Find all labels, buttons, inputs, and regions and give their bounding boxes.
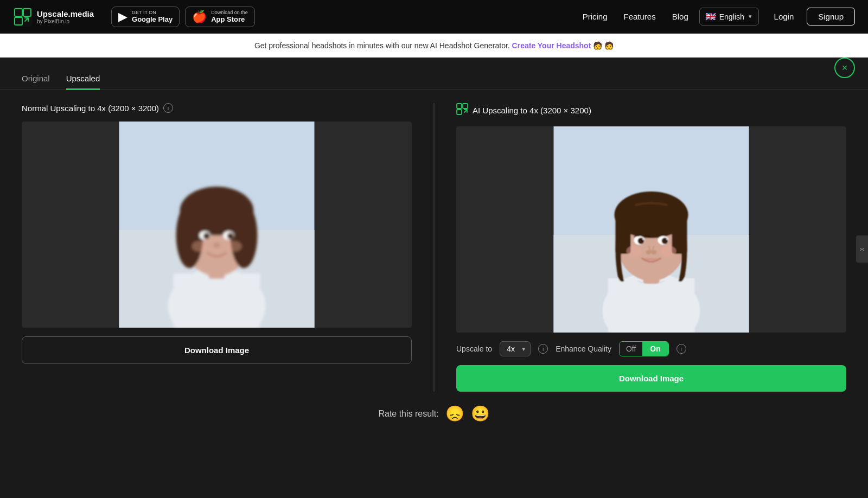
left-download-label: Download Image bbox=[184, 346, 249, 355]
svg-point-21 bbox=[213, 242, 221, 248]
left-image-container bbox=[22, 122, 412, 328]
chevron-down-icon: ▼ bbox=[748, 14, 753, 20]
right-image bbox=[456, 126, 846, 333]
google-play-small-text: GET IT ON bbox=[132, 10, 173, 15]
nav-blog[interactable]: Blog bbox=[672, 12, 688, 21]
toggle-off-button[interactable]: Off bbox=[620, 342, 642, 356]
close-button[interactable]: × bbox=[834, 58, 855, 78]
right-panel-title: AI Upscaling to 4x (3200 × 3200) bbox=[456, 103, 846, 118]
panel-divider bbox=[433, 103, 435, 392]
svg-rect-7 bbox=[174, 273, 260, 328]
flag-icon: 🇬🇧 bbox=[705, 11, 716, 22]
left-download-button[interactable]: Download Image bbox=[22, 336, 412, 364]
logo[interactable]: Upscale.media by PixelBin.io bbox=[13, 7, 94, 27]
right-download-label: Download Image bbox=[619, 374, 684, 383]
svg-point-45 bbox=[652, 250, 657, 254]
svg-point-43 bbox=[666, 239, 668, 240]
scale-select-wrapper: 2x 4x 8x ▼ bbox=[500, 341, 531, 356]
upscale-info-icon[interactable]: i bbox=[538, 344, 548, 354]
logo-icon bbox=[13, 7, 33, 27]
side-handle-icon: ›‹ bbox=[860, 245, 864, 253]
controls-row: Upscale to 2x 4x 8x ▼ i Enhance Quality … bbox=[456, 341, 846, 356]
tab-upscaled[interactable]: Upscaled bbox=[66, 68, 100, 90]
headshot-emoji-2: 🧑 bbox=[604, 41, 614, 50]
svg-point-18 bbox=[227, 233, 234, 239]
nav-features[interactable]: Features bbox=[624, 12, 656, 21]
toggle-on-button[interactable]: On bbox=[642, 342, 668, 356]
main-content: × Original Upscaled Normal Upscaling to … bbox=[0, 58, 868, 444]
svg-point-42 bbox=[642, 239, 644, 240]
svg-point-22 bbox=[192, 241, 207, 252]
google-play-large-text: Google Play bbox=[132, 15, 173, 23]
svg-point-19 bbox=[207, 234, 209, 236]
store-buttons: ▶ GET IT ON Google Play 🍎 Download on th… bbox=[111, 7, 255, 27]
ai-upscale-icon bbox=[456, 103, 468, 118]
svg-point-44 bbox=[646, 250, 652, 254]
signup-button[interactable]: Signup bbox=[807, 8, 855, 25]
emoji-sad[interactable]: 😞 bbox=[445, 405, 464, 423]
left-info-icon[interactable]: i bbox=[163, 103, 173, 113]
headshot-emoji-1: 🧑 bbox=[593, 41, 602, 50]
nav-links: Pricing Features Blog bbox=[583, 12, 688, 21]
login-button[interactable]: Login bbox=[768, 9, 801, 24]
navbar: Upscale.media by PixelBin.io ▶ GET IT ON… bbox=[0, 0, 868, 34]
upscale-label: Upscale to bbox=[456, 344, 492, 353]
enhance-info-icon[interactable]: i bbox=[676, 344, 686, 354]
svg-point-17 bbox=[203, 233, 210, 239]
tabs-bar: Original Upscaled bbox=[0, 68, 868, 90]
language-label: English bbox=[719, 12, 744, 21]
language-selector[interactable]: 🇬🇧 English ▼ bbox=[699, 8, 759, 25]
rate-section: Rate this result: 😞 😀 bbox=[0, 392, 868, 423]
enhance-label: Enhance Quality bbox=[556, 344, 611, 353]
app-store-small-text: Download on the bbox=[211, 10, 248, 15]
logo-sub-text: by PixelBin.io bbox=[37, 18, 94, 24]
rate-label: Rate this result: bbox=[378, 409, 438, 419]
close-icon: × bbox=[842, 62, 848, 74]
svg-rect-26 bbox=[457, 110, 462, 114]
google-play-button[interactable]: ▶ GET IT ON Google Play bbox=[111, 7, 180, 27]
svg-point-20 bbox=[231, 234, 233, 236]
right-download-button[interactable]: Download Image bbox=[456, 365, 846, 392]
left-panel: Normal Upscaling to 4x (3200 × 3200) i bbox=[22, 103, 412, 392]
side-handle[interactable]: ›‹ bbox=[856, 235, 868, 263]
app-store-large-text: App Store bbox=[211, 15, 248, 23]
tab-original[interactable]: Original bbox=[22, 68, 50, 90]
svg-rect-24 bbox=[457, 104, 462, 108]
logo-main-text: Upscale.media bbox=[37, 9, 94, 18]
google-play-icon: ▶ bbox=[118, 10, 127, 24]
app-store-button[interactable]: 🍎 Download on the App Store bbox=[185, 7, 255, 27]
left-panel-title-text: Normal Upscaling to 4x (3200 × 3200) bbox=[22, 104, 159, 113]
announcement-link[interactable]: Create Your Headshot bbox=[512, 41, 591, 50]
announcement-bar: Get professional headshots in minutes wi… bbox=[0, 34, 868, 58]
announcement-text: Get professional headshots in minutes wi… bbox=[254, 41, 510, 50]
svg-point-46 bbox=[627, 246, 642, 257]
scale-select[interactable]: 2x 4x 8x bbox=[500, 341, 531, 356]
left-panel-title: Normal Upscaling to 4x (3200 × 3200) i bbox=[22, 103, 412, 113]
svg-point-47 bbox=[661, 246, 676, 257]
enhance-toggle: Off On bbox=[619, 341, 669, 356]
nav-pricing[interactable]: Pricing bbox=[583, 12, 608, 21]
right-image-container bbox=[456, 126, 846, 333]
svg-rect-30 bbox=[608, 278, 695, 333]
emoji-happy[interactable]: 😀 bbox=[471, 405, 490, 423]
svg-point-23 bbox=[227, 241, 242, 252]
apple-icon: 🍎 bbox=[192, 10, 207, 24]
right-panel-title-text: AI Upscaling to 4x (3200 × 3200) bbox=[473, 106, 591, 115]
svg-rect-25 bbox=[463, 104, 468, 108]
comparison-panels: Normal Upscaling to 4x (3200 × 3200) i bbox=[0, 103, 868, 392]
right-panel: AI Upscaling to 4x (3200 × 3200) bbox=[456, 103, 846, 392]
left-image bbox=[22, 122, 412, 328]
